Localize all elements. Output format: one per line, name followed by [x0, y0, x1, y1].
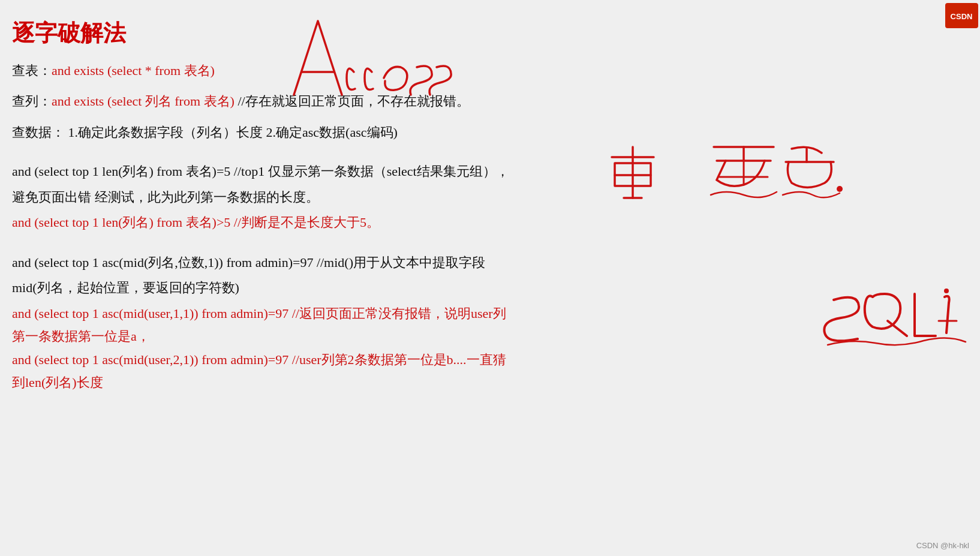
- main-content: 逐字破解法 查表：and exists (select * from 表名) 查…: [0, 0, 980, 556]
- watermark: CSDN @hk-hkl: [916, 541, 969, 550]
- block1-red-line: and (select top 1 len(列名) from 表名)>5 //判…: [12, 211, 962, 235]
- block2-line1: and (select top 1 asc(mid(列名,位数,1)) from…: [12, 251, 962, 275]
- check-data-text: 1.确定此条数据字段（列名）长度 2.确定asc数据(asc编码): [65, 125, 398, 140]
- check-table-label: 查表：: [12, 63, 52, 78]
- check-table-query: and exists (select * from 表名): [52, 63, 215, 78]
- block2-section: and (select top 1 asc(mid(列名,位数,1)) from…: [12, 251, 962, 395]
- check-data-label: 查数据：: [12, 125, 65, 140]
- block1-line1: and (select top 1 len(列名) from 表名)=5 //t…: [12, 160, 962, 184]
- check-col-query: and exists (select 列名 from 表名): [52, 94, 235, 109]
- check-col-comment: //存在就返回正常页面，不存在就报错。: [235, 94, 470, 109]
- block2-red-line2: and (select top 1 asc(mid(user,2,1)) fro…: [12, 348, 962, 372]
- block2-line2: mid(列名，起始位置，要返回的字符数): [12, 277, 962, 300]
- block2-red-line1: and (select top 1 asc(mid(user,1,1)) fro…: [12, 302, 962, 326]
- block2-red-line2b: 到len(列名)长度: [12, 371, 962, 395]
- check-table-section: 查表：and exists (select * from 表名): [12, 59, 962, 82]
- check-data-section: 查数据： 1.确定此条数据字段（列名）长度 2.确定asc数据(asc编码): [12, 121, 962, 143]
- page-title: 逐字破解法: [12, 18, 962, 49]
- block1-section: and (select top 1 len(列名) from 表名)=5 //t…: [12, 160, 962, 235]
- check-col-label: 查列：: [12, 94, 52, 109]
- block1-line2: 避免页面出错 经测试，此为此列第一条数据的长度。: [12, 186, 962, 209]
- check-col-section: 查列：and exists (select 列名 from 表名) //存在就返…: [12, 90, 962, 112]
- block2-red-line1b: 第一条数据第一位是a，: [12, 325, 962, 348]
